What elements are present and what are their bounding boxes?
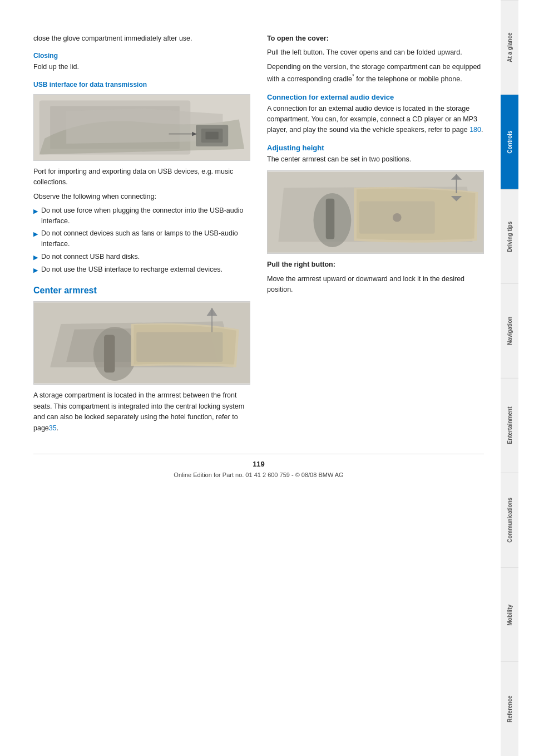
- pull-right-heading: Pull the right button:: [267, 259, 484, 270]
- closing-text: Fold up the lid.: [33, 62, 250, 72]
- bullet-list: ▶Do not use force when plugging the conn…: [33, 205, 250, 275]
- adjusting-desc: The center armrest can be set in two pos…: [267, 154, 484, 165]
- sidebar-tab-at-a-glance[interactable]: At a glance: [501, 0, 518, 95]
- storage-desc: Depending on the version, the storage co…: [267, 62, 484, 85]
- main-content: close the glove compartment immediately …: [0, 0, 501, 756]
- connection-desc: A connection for an external audio devic…: [267, 104, 484, 136]
- sidebar-tab-controls[interactable]: Controls: [501, 95, 518, 189]
- pull-right-desc: Move the armrest upward or downward and …: [267, 274, 484, 296]
- sidebar-tab-reference[interactable]: Reference: [501, 661, 518, 756]
- sidebar-tab-driving-tips[interactable]: Driving tips: [501, 189, 518, 284]
- sidebar-tab-entertainment[interactable]: Entertainment: [501, 378, 518, 473]
- sidebar-tab-mobility[interactable]: Mobility: [501, 567, 518, 662]
- adjusting-heading: Adjusting height: [267, 144, 484, 152]
- svg-rect-10: [104, 335, 115, 373]
- right-column: To open the cover: Pull the left button.…: [267, 33, 484, 437]
- usb-observe: Observe the following when connecting:: [33, 192, 250, 202]
- page-number: 119: [33, 460, 484, 468]
- svg-point-21: [393, 213, 402, 222]
- svg-rect-16: [326, 199, 335, 239]
- connection-heading: Connection for external audio device: [267, 93, 484, 101]
- intro-text: close the glove compartment immediately …: [33, 33, 250, 44]
- footer-text: Online Edition for Part no. 01 41 2 600 …: [33, 472, 484, 478]
- left-column: close the glove compartment immediately …: [33, 33, 250, 437]
- connection-page-ref[interactable]: 180: [469, 126, 481, 134]
- bullet-item: ▶Do not use the USB interface to recharg…: [33, 264, 250, 275]
- armrest-page-ref[interactable]: 35: [49, 424, 57, 432]
- usb-desc: Port for importing and exporting data on…: [33, 166, 250, 188]
- bullet-arrow-icon: ▶: [33, 253, 38, 262]
- sidebar-tab-navigation[interactable]: Navigation: [501, 283, 518, 378]
- armrest-desc: A storage compartment is located in the …: [33, 390, 250, 434]
- svg-rect-5: [205, 132, 218, 140]
- bullet-item: ▶Do not use force when plugging the conn…: [33, 205, 250, 227]
- bullet-item: ▶Do not connect USB hard disks.: [33, 252, 250, 262]
- sidebar-tab-communications[interactable]: Communications: [501, 473, 518, 567]
- closing-heading: Closing: [33, 52, 250, 60]
- page-footer: 119 Online Edition for Part no. 01 41 2 …: [33, 454, 484, 478]
- bullet-item: ▶Do not connect devices such as fans or …: [33, 228, 250, 249]
- usb-image: [33, 94, 250, 161]
- bullet-arrow-icon: ▶: [33, 229, 38, 249]
- usb-heading: USB interface for data transmission: [33, 81, 250, 89]
- center-armrest-heading: Center armrest: [33, 286, 250, 296]
- svg-rect-13: [136, 332, 222, 362]
- sidebar: At a glanceControlsDriving tipsNavigatio…: [501, 0, 518, 756]
- armrest-right-image: [267, 170, 484, 254]
- cover-open-text: To open the cover:: [267, 33, 484, 44]
- bullet-arrow-icon: ▶: [33, 207, 38, 227]
- two-column-layout: close the glove compartment immediately …: [33, 33, 484, 437]
- armrest-left-image: [33, 301, 250, 385]
- bullet-arrow-icon: ▶: [33, 266, 38, 275]
- cover-open-desc: Pull the left button. The cover opens an…: [267, 47, 484, 58]
